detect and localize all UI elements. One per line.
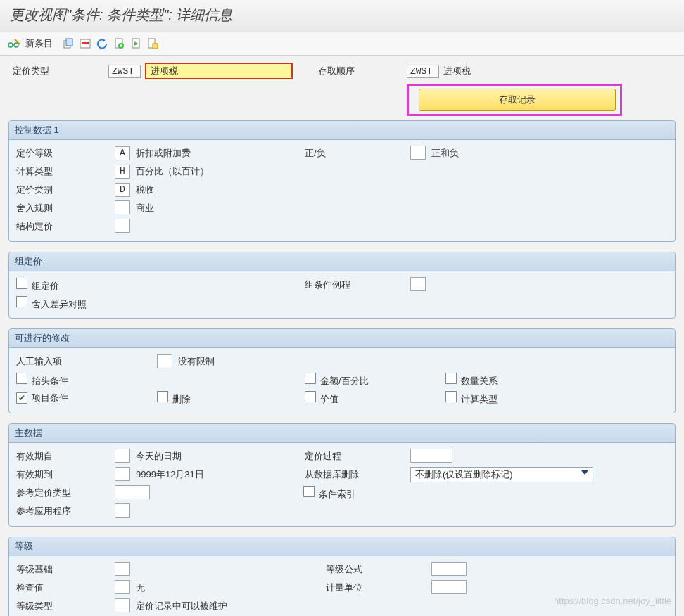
highlight-frame: 存取记录 <box>407 84 622 116</box>
pricing-type-label: 定价类型 <box>13 65 104 77</box>
scale-formula-label: 等级公式 <box>326 563 431 576</box>
ref-app-label: 参考应用程序 <box>16 505 115 518</box>
struct-pricing-label: 结构定价 <box>16 220 115 233</box>
undo-icon[interactable] <box>95 37 109 51</box>
pricing-type-desc-input[interactable]: 进项税 <box>145 63 293 79</box>
del-db-select[interactable]: 不删除(仅设置删除标记) <box>410 467 593 482</box>
valid-to-input[interactable] <box>115 467 130 481</box>
check-val-text: 无 <box>136 582 326 594</box>
group-cond-routine-input[interactable] <box>410 277 426 291</box>
del-db-value: 不删除(仅设置删除标记) <box>415 468 513 481</box>
svg-rect-10 <box>153 44 158 49</box>
pricing-cat-label: 定价类别 <box>16 184 115 196</box>
access-record-button[interactable]: 存取记录 <box>419 89 616 111</box>
calc-type-checkbox[interactable] <box>445 391 457 402</box>
round-diff-checkbox[interactable] <box>16 296 27 307</box>
pricing-level-text: 折扣或附加费 <box>136 147 305 160</box>
pricing-level-code[interactable]: A <box>115 146 130 160</box>
rounding-label: 舍入规则 <box>16 202 115 214</box>
panel-title: 主数据 <box>9 424 675 443</box>
pricing-proc-label: 定价过程 <box>305 450 410 463</box>
manual-entry-label: 人工输入项 <box>16 355 157 368</box>
page-config-icon[interactable] <box>146 37 160 51</box>
valid-to-text: 9999年12月31日 <box>136 468 305 481</box>
cond-index-checkbox[interactable] <box>303 486 315 497</box>
panel-title: 可进行的修改 <box>9 329 675 348</box>
group-pricing-checkbox[interactable] <box>16 278 27 289</box>
valid-from-label: 有效期自 <box>16 450 115 463</box>
panel-title: 等级 <box>9 537 675 556</box>
access-seq-code[interactable]: ZWST <box>407 65 439 78</box>
uom-input[interactable] <box>431 580 467 594</box>
copy-icon[interactable] <box>61 37 75 51</box>
panel-master-data: 主数据 有效期自 今天的日期 定价过程 有效期到 9999年12月31日 从数据… <box>8 423 676 527</box>
group-cond-routine-label: 组条件例程 <box>305 278 410 291</box>
item-cond-checkbox[interactable]: ✔ <box>16 392 27 404</box>
check-val-input[interactable] <box>115 580 130 594</box>
scale-base-label: 等级基础 <box>16 563 115 576</box>
manual-entry-input[interactable] <box>157 354 172 368</box>
svg-point-0 <box>8 43 13 47</box>
panel-modifiable: 可进行的修改 人工输入项 没有限制 抬头条件 金额/百分比 数量关系 ✔项目条件… <box>8 328 676 413</box>
access-seq-desc: 进项税 <box>443 65 471 77</box>
page-add-icon[interactable] <box>112 37 126 51</box>
panel-title: 控制数据 1 <box>9 121 675 140</box>
ref-type-input[interactable] <box>115 485 150 499</box>
posneg-text: 正和负 <box>431 147 668 160</box>
item-cond-label: 项目条件 <box>32 392 68 403</box>
header-cond-checkbox[interactable] <box>16 373 27 384</box>
uom-label: 计量单位 <box>326 582 431 594</box>
qty-rel-checkbox[interactable] <box>445 373 457 384</box>
valid-to-label: 有效期到 <box>16 468 115 481</box>
calc-type-label: 计算类型 <box>16 165 115 178</box>
scale-formula-input[interactable] <box>431 562 467 576</box>
delete-row-icon[interactable] <box>78 37 92 51</box>
ref-type-label: 参考定价类型 <box>16 487 115 499</box>
page-next-icon[interactable] <box>129 37 143 51</box>
rounding-input[interactable] <box>115 200 130 214</box>
pricing-level-label: 定价等级 <box>16 147 115 160</box>
round-diff-label: 舍入差异对照 <box>32 299 87 309</box>
scale-type-label: 等级类型 <box>16 600 115 612</box>
calc-type-code[interactable]: H <box>115 165 130 179</box>
posneg-label: 正/负 <box>305 147 410 160</box>
value-label: 价值 <box>320 394 338 404</box>
amount-pct-checkbox[interactable] <box>305 373 316 384</box>
valid-from-input[interactable] <box>115 449 130 463</box>
panel-title: 组定价 <box>9 252 675 271</box>
watermark: https://blog.csdn.net/joy_little <box>554 596 671 606</box>
svg-rect-5 <box>82 42 89 44</box>
cond-index-label: 条件索引 <box>319 489 355 499</box>
pricing-cat-code[interactable]: D <box>115 183 130 197</box>
valid-from-text: 今天的日期 <box>136 450 305 463</box>
scale-type-text: 定价记录中可以被维护 <box>136 600 227 612</box>
value-checkbox[interactable] <box>305 391 316 402</box>
scale-type-input[interactable] <box>115 598 130 612</box>
header-cond-label: 抬头条件 <box>32 376 68 386</box>
pricing-proc-input[interactable] <box>410 449 452 463</box>
delete-checkbox[interactable] <box>157 391 168 402</box>
chevron-down-icon <box>581 470 588 475</box>
glasses-pencil-icon[interactable] <box>7 37 21 51</box>
panel-control-data-1: 控制数据 1 定价等级 A 折扣或附加费 正/负 正和负 计算类型 H 百分比（… <box>8 120 676 242</box>
access-seq-label: 存取顺序 <box>318 65 403 77</box>
rounding-text: 商业 <box>136 202 305 214</box>
check-val-label: 检查值 <box>16 582 115 594</box>
svg-rect-3 <box>66 39 72 46</box>
pricing-cat-text: 税收 <box>136 184 305 196</box>
calc-type-label: 计算类型 <box>461 394 498 404</box>
calc-type-text: 百分比（以百计） <box>136 165 305 178</box>
new-entry-label[interactable]: 新条目 <box>25 37 53 50</box>
qty-rel-label: 数量关系 <box>461 376 498 386</box>
struct-pricing-input[interactable] <box>115 219 130 233</box>
ref-app-input[interactable] <box>115 503 130 518</box>
del-db-label: 从数据库删除 <box>305 468 410 481</box>
scale-base-input[interactable] <box>115 562 130 576</box>
svg-point-1 <box>14 43 18 47</box>
page-title: 更改视图"条件: 条件类型": 详细信息 <box>0 0 684 32</box>
pricing-type-code[interactable]: ZWST <box>108 65 141 78</box>
posneg-input[interactable] <box>410 146 426 160</box>
no-limit-text: 没有限制 <box>178 355 215 368</box>
toolbar: 新条目 <box>0 32 684 56</box>
group-pricing-label: 组定价 <box>32 281 59 291</box>
